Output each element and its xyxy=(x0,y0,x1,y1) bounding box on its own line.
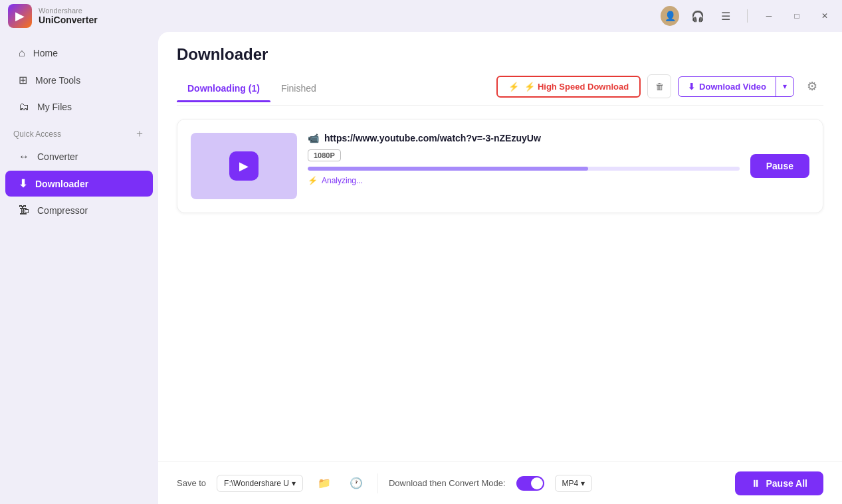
sidebar-item-converter[interactable]: ↔ Converter xyxy=(5,144,153,169)
high-speed-download-button[interactable]: ⚡ ⚡ High Speed Download xyxy=(496,76,641,98)
headset-icon[interactable]: 🎧 xyxy=(688,7,707,25)
folder-button[interactable]: 📁 xyxy=(314,473,335,494)
bottom-divider xyxy=(377,473,378,493)
sidebar-label-more-tools: More Tools xyxy=(35,75,80,86)
pause-all-icon: ⏸ xyxy=(751,478,760,489)
download-item: ▶ 📹 https://www.youtube.com/watch?v=-3-n… xyxy=(177,119,823,213)
content-body: ▶ 📹 https://www.youtube.com/watch?v=-3-n… xyxy=(158,106,842,462)
main-layout: ⌂ Home ⊞ More Tools 🗂 My Files Quick Acc… xyxy=(0,32,842,504)
tab-downloading[interactable]: Downloading (1) xyxy=(177,78,270,102)
download-arrow-icon: ⬇ xyxy=(688,82,695,92)
sidebar-label-compressor: Compressor xyxy=(37,205,88,216)
converter-icon: ↔ xyxy=(19,151,29,163)
video-icon: 📹 xyxy=(308,133,319,143)
download-info: 📹 https://www.youtube.com/watch?v=-3-nZE… xyxy=(308,133,740,185)
menu-icon[interactable]: ☰ xyxy=(716,7,735,25)
maximize-button[interactable]: □ xyxy=(788,7,806,25)
bottom-bar: Save to F:\Wondershare U ▾ 📁 🕐 Download … xyxy=(158,462,842,504)
app-branding: ▶ Wondershare UniConverter xyxy=(8,4,98,28)
download-url-row: 📹 https://www.youtube.com/watch?v=-3-nZE… xyxy=(308,133,740,143)
app-company: Wondershare xyxy=(39,7,98,15)
avatar-icon[interactable]: 👤 xyxy=(661,7,679,25)
convert-mode-label: Download then Convert Mode: xyxy=(389,478,506,488)
analyzing-status: ⚡ Analyzing... xyxy=(308,176,740,185)
save-path-select[interactable]: F:\Wondershare U ▾ xyxy=(217,475,303,492)
tab-finished[interactable]: Finished xyxy=(270,78,327,102)
format-select[interactable]: MP4 ▾ xyxy=(555,475,593,492)
quick-access-label: Quick Access xyxy=(13,129,61,139)
settings-button[interactable]: ⚙ xyxy=(801,75,823,98)
user-avatar[interactable]: 👤 xyxy=(661,6,679,26)
sidebar-item-my-files[interactable]: 🗂 My Files xyxy=(5,94,153,120)
app-product: UniConverter xyxy=(39,15,98,25)
chevron-down-icon: ▾ xyxy=(292,479,296,488)
play-icon: ▶ xyxy=(229,151,259,181)
download-video-dropdown-button[interactable]: ▾ xyxy=(776,77,793,96)
quality-badge-row: 1080P xyxy=(308,149,740,161)
page-title: Downloader xyxy=(177,45,823,64)
save-path-text: F:\Wondershare U xyxy=(224,479,289,488)
lightning-icon: ⚡ xyxy=(508,82,519,92)
content-area: Downloader Downloading (1) Finished ⚡ ⚡ … xyxy=(158,32,842,504)
sidebar-label-home: Home xyxy=(33,48,58,58)
delete-button[interactable]: 🗑 xyxy=(647,74,671,98)
minimize-button[interactable]: ─ xyxy=(760,7,778,25)
format-text: MP4 xyxy=(562,479,579,488)
tabs-row: Downloading (1) Finished ⚡ ⚡ High Speed … xyxy=(177,74,823,106)
sidebar: ⌂ Home ⊞ More Tools 🗂 My Files Quick Acc… xyxy=(0,32,158,504)
titlebar-divider xyxy=(747,9,748,23)
app-name-block: Wondershare UniConverter xyxy=(39,7,98,25)
titlebar-controls: 👤 🎧 ☰ ─ □ ✕ xyxy=(661,7,834,25)
titlebar: ▶ Wondershare UniConverter 👤 🎧 ☰ ─ □ ✕ xyxy=(0,0,842,32)
downloader-icon: ⬇ xyxy=(19,177,27,190)
more-tools-icon: ⊞ xyxy=(19,74,27,86)
history-button[interactable]: 🕐 xyxy=(346,473,367,494)
content-header: Downloader Downloading (1) Finished ⚡ ⚡ … xyxy=(158,32,842,106)
files-icon: 🗂 xyxy=(19,101,29,113)
convert-mode-toggle[interactable] xyxy=(516,476,544,491)
sidebar-item-downloader[interactable]: ⬇ Downloader xyxy=(5,171,153,197)
sidebar-label-my-files: My Files xyxy=(37,102,72,112)
sidebar-item-more-tools[interactable]: ⊞ More Tools xyxy=(5,67,153,93)
analyzing-text: Analyzing... xyxy=(322,176,363,185)
sidebar-item-home[interactable]: ⌂ Home xyxy=(5,41,153,66)
analyzing-lightning-icon: ⚡ xyxy=(308,176,318,185)
progress-bar-fill xyxy=(308,167,588,171)
trash-icon: 🗑 xyxy=(655,82,664,92)
tabs-left: Downloading (1) Finished xyxy=(177,78,327,102)
progress-bar-container xyxy=(308,167,740,171)
sidebar-item-compressor[interactable]: 🗜 Compressor xyxy=(5,198,153,223)
format-chevron-icon: ▾ xyxy=(581,479,585,488)
download-thumbnail: ▶ xyxy=(191,133,297,199)
close-button[interactable]: ✕ xyxy=(815,7,834,25)
download-video-main-button[interactable]: ⬇ Download Video xyxy=(679,77,776,96)
app-logo: ▶ xyxy=(8,4,32,28)
toggle-knob xyxy=(531,477,543,489)
sidebar-label-downloader: Downloader xyxy=(35,179,88,189)
home-icon: ⌂ xyxy=(19,47,25,59)
download-url: https://www.youtube.com/watch?v=-3-nZEzu… xyxy=(324,133,541,143)
quick-access-header: Quick Access ＋ xyxy=(0,120,158,143)
compressor-icon: 🗜 xyxy=(19,205,29,216)
tabs-right: ⚡ ⚡ High Speed Download 🗑 ⬇ Download Vid… xyxy=(496,74,823,105)
download-video-button-group: ⬇ Download Video ▾ xyxy=(678,76,794,97)
save-to-label: Save to xyxy=(177,478,206,488)
pause-all-button[interactable]: ⏸ Pause All xyxy=(735,471,823,495)
pause-button[interactable]: Pause xyxy=(750,154,809,178)
sidebar-label-converter: Converter xyxy=(37,151,78,162)
quick-access-add-button[interactable]: ＋ xyxy=(134,127,145,141)
quality-badge: 1080P xyxy=(308,149,341,161)
